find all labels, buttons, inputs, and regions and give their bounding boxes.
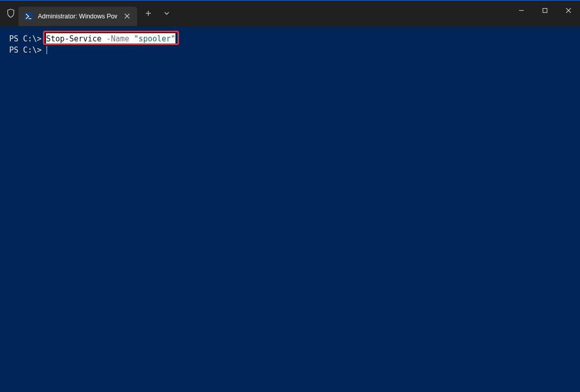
- close-button[interactable]: [556, 1, 580, 20]
- param-token: -Name: [102, 34, 134, 43]
- new-tab-button[interactable]: [139, 5, 158, 21]
- tab-title: Administrator: Windows Powe: [38, 13, 117, 20]
- svg-rect-7: [543, 8, 547, 12]
- selected-text: Stop-Service -Name "spooler": [46, 33, 175, 44]
- minimize-button[interactable]: [509, 1, 533, 20]
- prompt: PS C:\>: [9, 33, 46, 44]
- prompt: PS C:\>: [9, 44, 46, 56]
- tab-close-button[interactable]: [122, 12, 132, 21]
- cursor: [47, 46, 47, 54]
- maximize-button[interactable]: [533, 1, 556, 20]
- tab-dropdown-button[interactable]: [158, 5, 176, 21]
- powershell-icon: [25, 12, 33, 20]
- tab-active[interactable]: Administrator: Windows Powe: [18, 7, 137, 26]
- string-token: "spooler": [134, 34, 175, 43]
- cmdlet-token: Stop-Service: [46, 34, 101, 43]
- window-controls: [509, 1, 580, 26]
- tab-actions: [139, 1, 176, 26]
- shield-icon: [6, 9, 15, 18]
- titlebar-left: [0, 1, 18, 26]
- terminal-body[interactable]: PS C:\> Stop-Service -Name "spooler" PS …: [0, 26, 580, 392]
- terminal-line: PS C:\>: [9, 44, 571, 56]
- terminal-window: Administrator: Windows Powe: [0, 0, 580, 392]
- terminal-line: PS C:\> Stop-Service -Name "spooler": [9, 33, 571, 44]
- titlebar: Administrator: Windows Powe: [0, 1, 580, 26]
